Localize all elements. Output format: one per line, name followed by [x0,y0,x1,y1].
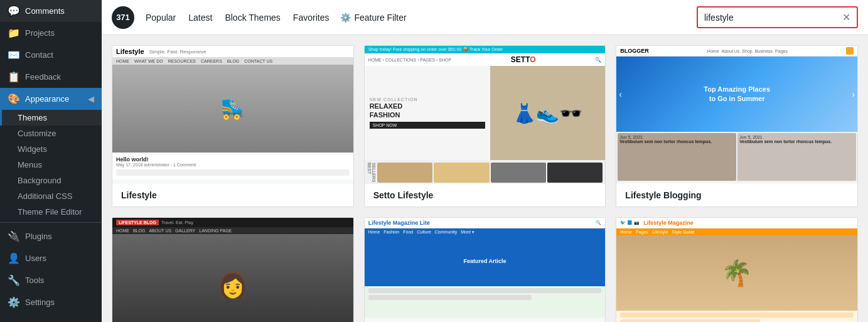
sim-lb-logo-bar: LIFESTYLE BLOG Travel. Eat. Play [112,218,353,227]
sim-lb-nav-about: ABOUT US [149,228,171,233]
sim-collection-label: NEW COLLECTION [370,97,485,102]
sim-lm-line1 [620,313,854,318]
sidebar-item-plugins[interactable]: 🔌 Plugins [0,225,102,247]
sidebar-item-label: Users [25,254,46,263]
sim-lb-nav-gallery: GALLERY [175,228,195,233]
sim-lm-nav-home: Home [620,230,632,234]
theme-sim-mag-lite: Lifestyle Magazine Lite 🔍 Home Fashion F… [365,218,606,322]
tab-latest[interactable]: Latest [187,10,213,25]
sidebar-item-projects[interactable]: 📁 Projects [0,22,102,44]
sim-nav-bar: HOME WHAT WE DO RESOURCES CAREERS BLOG C… [112,58,353,65]
sim-product-3 [491,163,546,183]
projects-icon: 📁 [8,27,20,39]
sim-header: Lifestyle Simple. Fast. Responsive [112,46,353,58]
theme-card-setto-lifestyle[interactable]: Shop today! Free shipping on order over … [364,45,606,207]
sidebar-item-theme-file-editor[interactable]: Theme File Editor [0,204,102,220]
tab-favorites[interactable]: Favorites [292,10,331,25]
sim-setto-logo: SETTO [511,55,536,64]
sim-lm-logo: Lifestyle Magazine [643,220,694,226]
sidebar-item-label: Plugins [25,232,52,241]
sim-lb-logo: LIFESTYLE BLOG [116,220,159,225]
sim-ml-hero-text: Featured Article [463,258,506,264]
sidebar-item-label: Tools [25,276,44,285]
sim-post-title: Hello world! [116,156,350,163]
sidebar-item-label: Appearance [25,94,69,104]
sim-lm-body [616,311,857,322]
theme-title-setto: Setto Lifestyle [365,184,606,207]
sim-blogger-grid: Jun 5, 2021 Vestibulum sem non tortor rh… [616,132,857,182]
gear-icon: ⚙️ [340,13,351,23]
sidebar-item-label: Settings [25,298,55,307]
search-input[interactable] [698,9,836,26]
theme-sim-lifestyle-blog: LIFESTYLE BLOG Travel. Eat. Play HOME BL… [112,218,353,322]
sidebar-item-background[interactable]: Background [0,173,102,188]
theme-preview-lifestyle-blog: LIFESTYLE BLOG Travel. Eat. Play HOME BL… [112,218,353,322]
sim-hero-text: Top Amazing Placesto Go in Summer [704,85,770,104]
sidebar-item-feedback[interactable]: 📋 Feedback [0,66,102,88]
tab-block-themes[interactable]: Block Themes [223,10,281,25]
theme-card-lifestyle[interactable]: Lifestyle Simple. Fast. Responsive HOME … [112,45,354,207]
feature-filter-button[interactable]: ⚙️ Feature Filter [340,13,406,23]
sim-lb-nav-blog: BLOG [133,228,145,233]
sim-grid-date-1: Jun 5, 2021 [619,135,734,139]
theme-preview-mag: 🐦 📘 📷 Lifestyle Magazine Home Pages Life… [616,218,857,322]
sim-ml-line1 [368,288,602,293]
skate-emoji: 🛼 [220,97,245,121]
sim-blogger-hero: Top Amazing Placesto Go in Summer ‹ › [616,56,857,132]
sim-lb-tagline: Travel. Eat. Play [161,220,193,225]
sim-ml-nav-community: Community [435,230,457,235]
theme-preview-mag-lite: Lifestyle Magazine Lite 🔍 Home Fashion F… [365,218,606,322]
sidebar-item-widgets[interactable]: Widgets [0,141,102,157]
sim-blogger-title: BLOGGER [620,48,649,54]
sidebar-subitem-label: Themes [18,113,47,122]
theme-preview-setto: Shop today! Free shipping on order over … [365,46,606,184]
sim-grid-title-1: Vestibulum sem non tortor rhoncus tempus… [619,139,734,144]
sim-ml-nav: Home Fashion Food Culture Community More… [365,228,606,236]
sim-setto-text: NEW COLLECTION RELAXEDFASHION SHOP NOW [365,66,490,160]
sidebar-item-appearance[interactable]: 🎨 Appearance ◀ [0,88,102,110]
theme-card-lifestyle-blog[interactable]: LIFESTYLE BLOG Travel. Eat. Play HOME BL… [112,217,354,322]
theme-count-badge: 371 [112,6,134,29]
sidebar-subitem-label: Additional CSS [18,191,72,201]
sim-prev-arrow: ‹ [619,89,622,99]
sidebar-item-tools[interactable]: 🔧 Tools [0,269,102,291]
sidebar-item-contact[interactable]: ✉️ Contact [0,44,102,66]
sidebar-item-comments[interactable]: 💬 Comments [0,0,102,22]
sim-ml-nav-fashion: Fashion [383,230,399,235]
sidebar: 💬 Comments 📁 Projects ✉️ Contact 📋 Feedb… [0,0,102,322]
sim-red-o: O [530,55,535,64]
sim-ml-logo: Lifestyle Magazine Lite [368,220,430,226]
sim-setto-main: NEW COLLECTION RELAXEDFASHION SHOP NOW 👗… [365,66,606,160]
sim-ml-line2 [368,295,532,300]
sidebar-subitem-label: Theme File Editor [18,207,82,217]
sim-nav-careers: CAREERS [201,59,222,63]
sidebar-item-settings[interactable]: ⚙️ Settings [0,291,102,313]
sidebar-item-users[interactable]: 👤 Users [0,247,102,269]
theme-card-lifestyle-mag[interactable]: 🐦 📘 📷 Lifestyle Magazine Home Pages Life… [616,217,858,322]
tools-icon: 🔧 [8,274,20,286]
sim-nav-contact: CONTACT US [244,59,272,63]
sim-lb-hero: 👩 [112,234,353,322]
sidebar-item-themes[interactable]: Themes [0,110,102,126]
sidebar-item-menus[interactable]: Menus [0,157,102,173]
sim-bn-biz: Business [755,49,773,53]
sidebar-subitem-label: Widgets [18,144,47,154]
search-clear-button[interactable]: ✕ [836,8,857,27]
sidebar-item-additional-css[interactable]: Additional CSS [0,188,102,204]
sim-nav-blog: BLOG [227,59,239,63]
sim-product-1 [377,163,432,183]
theme-sim-lifestyle: Lifestyle Simple. Fast. Responsive HOME … [112,46,353,184]
tab-popular[interactable]: Popular [144,10,177,25]
sim-lm-hero-img: 🌴 [721,259,753,288]
sidebar-item-customize[interactable]: Customize [0,126,102,141]
sim-lm-nav-lifestyle: Lifestyle [652,230,668,234]
sim-lm-nav-style: Style Guide [672,230,695,234]
sim-post-meta: May 17, 2018 administrator - 1 Comment [116,163,350,167]
theme-card-lifestyle-mag-lite[interactable]: Lifestyle Magazine Lite 🔍 Home Fashion F… [364,217,606,322]
sim-search-icon-sim: 🔍 [595,57,601,63]
sim-collection-title: RELAXEDFASHION [370,102,485,120]
appearance-icon: 🎨 [8,93,20,105]
theme-card-lifestyle-blogging[interactable]: BLOGGER Home About Us Shop Business Page… [616,45,858,207]
sidebar-divider [0,222,102,223]
sim-blogger-nav: Home About Us Shop Business Pages [707,49,788,53]
